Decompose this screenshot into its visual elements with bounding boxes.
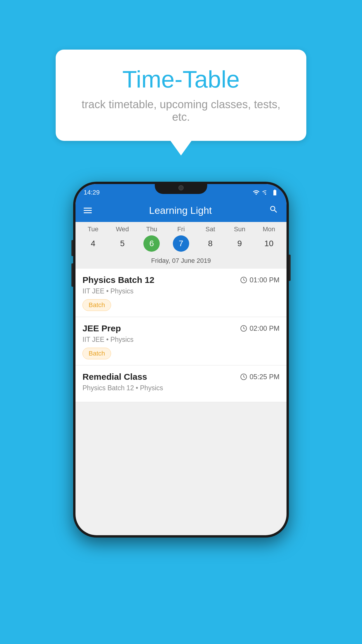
schedule-item-3-title: Remedial Class	[82, 372, 147, 382]
hamburger-line-1	[84, 208, 92, 209]
schedule-item-2-subject: IIT JEE • Physics	[82, 336, 280, 344]
schedule-item-2-header: JEE Prep 02:00 PM	[82, 323, 280, 333]
schedule-item-3[interactable]: Remedial Class 05:25 PM Physics Batch 12…	[75, 365, 287, 402]
search-button[interactable]	[269, 205, 278, 216]
signal-icon	[262, 189, 269, 196]
weekday-label-wed: Wed	[116, 225, 129, 233]
schedule-item-1[interactable]: Physics Batch 12 01:00 PM IIT JEE • Phys…	[75, 269, 287, 317]
weekday-label-mon: Mon	[263, 225, 275, 233]
app-bar-title: Learning Light	[149, 205, 212, 216]
status-icons	[253, 189, 278, 196]
speech-bubble-card: Time-Table track timetable, upcoming cla…	[56, 50, 306, 141]
weekdays-row: Tue 4 Wed 5 Thu 6 Fri	[75, 225, 287, 254]
schedule-item-2[interactable]: JEE Prep 02:00 PM IIT JEE • Physics Batc…	[75, 317, 287, 365]
speech-bubble-subtitle: track timetable, upcoming classes, tests…	[73, 98, 289, 123]
power-button	[289, 255, 291, 281]
clock-icon-3	[240, 373, 247, 380]
weekday-label-fri: Fri	[177, 225, 185, 233]
hamburger-line-3	[84, 212, 92, 213]
weekday-tue[interactable]: Tue 4	[80, 225, 106, 254]
weekday-label-sun: Sun	[234, 225, 245, 233]
weekday-label-sat: Sat	[205, 225, 215, 233]
hamburger-line-2	[84, 210, 92, 211]
schedule-item-1-time: 01:00 PM	[240, 276, 280, 284]
weekday-num-sat: 8	[202, 235, 219, 252]
weekday-sat[interactable]: Sat 8	[198, 225, 223, 254]
weekday-num-sun: 9	[231, 235, 248, 252]
schedule-item-1-header: Physics Batch 12 01:00 PM	[82, 275, 280, 285]
hamburger-menu-button[interactable]	[84, 208, 92, 213]
schedule-item-1-title: Physics Batch 12	[82, 275, 154, 285]
schedule-item-3-time: 05:25 PM	[240, 373, 280, 381]
schedule-item-3-time-text: 05:25 PM	[249, 373, 280, 381]
schedule-item-2-time: 02:00 PM	[240, 324, 280, 332]
schedule-item-2-badge: Batch	[82, 348, 111, 359]
phone-notch	[155, 182, 207, 194]
weekday-wed[interactable]: Wed 5	[110, 225, 135, 254]
weekday-label-thu: Thu	[146, 225, 157, 233]
weekday-num-wed: 5	[114, 235, 131, 252]
schedule-item-2-time-text: 02:00 PM	[249, 324, 280, 332]
schedule-item-1-badge: Batch	[82, 299, 111, 311]
clock-icon-2	[240, 325, 247, 332]
schedule-container: Physics Batch 12 01:00 PM IIT JEE • Phys…	[75, 269, 287, 402]
calendar-week-view: Tue 4 Wed 5 Thu 6 Fri	[75, 222, 287, 269]
phone-frame: 14:29	[73, 182, 289, 538]
battery-icon	[271, 189, 278, 196]
wifi-icon	[253, 189, 260, 196]
weekday-sun[interactable]: Sun 9	[227, 225, 252, 254]
phone-screen: 14:29	[75, 184, 287, 535]
weekday-num-tue: 4	[85, 235, 101, 252]
front-camera	[178, 185, 184, 190]
speech-bubble-title: Time-Table	[73, 66, 289, 93]
app-bar: Learning Light	[75, 199, 287, 222]
schedule-item-3-header: Remedial Class 05:25 PM	[82, 372, 280, 382]
weekday-num-mon: 10	[261, 235, 277, 252]
speech-bubble-arrow	[171, 141, 191, 155]
schedule-item-1-time-text: 01:00 PM	[249, 276, 280, 284]
clock-icon-1	[240, 276, 247, 284]
weekday-label-tue: Tue	[88, 225, 99, 233]
selected-date-label: Friday, 07 June 2019	[75, 254, 287, 269]
weekday-thu[interactable]: Thu 6	[139, 225, 164, 254]
weekday-num-fri: 7	[173, 235, 189, 252]
status-time: 14:29	[84, 189, 100, 196]
weekday-num-thu: 6	[143, 235, 160, 252]
phone-frame-wrapper: 14:29	[73, 182, 289, 538]
weekday-fri[interactable]: Fri 7	[168, 225, 194, 254]
schedule-item-2-title: JEE Prep	[82, 323, 121, 333]
schedule-item-1-subject: IIT JEE • Physics	[82, 287, 280, 295]
weekday-mon[interactable]: Mon 10	[256, 225, 282, 254]
schedule-item-3-subject: Physics Batch 12 • Physics	[82, 384, 280, 392]
speech-bubble-section: Time-Table track timetable, upcoming cla…	[56, 50, 306, 155]
